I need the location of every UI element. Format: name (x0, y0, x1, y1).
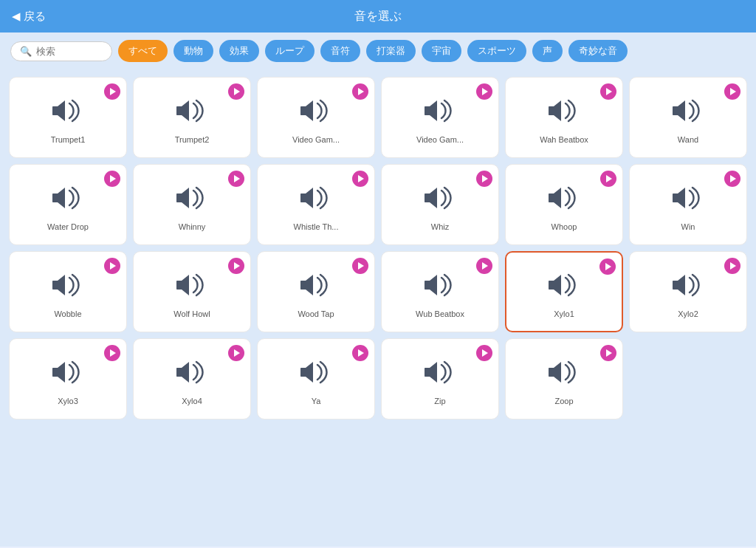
filter-btn-voice[interactable]: 声 (532, 40, 563, 62)
sound-icon (424, 185, 456, 218)
play-button[interactable] (228, 258, 244, 274)
sound-name: Xylo2 (678, 309, 698, 319)
filter-btn-space[interactable]: 宇宙 (422, 40, 461, 62)
play-button[interactable] (104, 345, 120, 361)
filter-btn-effect[interactable]: 効果 (219, 40, 259, 62)
sound-name: Wand (678, 135, 698, 145)
play-button[interactable] (724, 171, 740, 187)
sound-name: Xylo1 (554, 309, 574, 319)
search-box: 🔍 (10, 41, 112, 61)
play-button[interactable] (599, 258, 616, 275)
filter-btn-loop[interactable]: ループ (265, 40, 315, 62)
sound-icon (548, 97, 580, 131)
sound-card[interactable]: Trumpet2 (133, 77, 251, 158)
sound-icon (424, 272, 456, 305)
sound-name: Whoop (551, 222, 577, 232)
sound-icon (548, 185, 580, 218)
play-button[interactable] (600, 171, 616, 187)
sound-icon (176, 272, 208, 305)
search-icon: 🔍 (20, 46, 32, 57)
sound-card[interactable]: Water Drop (9, 164, 127, 245)
filter-btn-animal[interactable]: 動物 (173, 40, 213, 62)
sound-card[interactable]: Zip (381, 338, 499, 419)
sound-card[interactable]: Whoop (505, 164, 623, 245)
play-button[interactable] (352, 258, 368, 274)
sound-name: Win (681, 222, 695, 232)
sound-name: Whistle Th... (294, 222, 339, 232)
sound-card[interactable]: Wobble (9, 251, 127, 332)
play-button[interactable] (104, 171, 120, 187)
sound-icon (176, 359, 208, 392)
sound-icon (424, 97, 456, 131)
sound-name: Wub Beatbox (416, 309, 464, 319)
sound-card[interactable]: Trumpet1 (9, 77, 127, 158)
play-button[interactable] (352, 345, 368, 361)
sound-icon (176, 185, 208, 218)
sound-card[interactable]: Xylo4 (133, 338, 251, 419)
sound-name: Zoop (554, 397, 573, 406)
sound-card[interactable]: Wah Beatbox (505, 77, 623, 158)
play-button[interactable] (352, 83, 368, 100)
sound-name: Whiz (431, 222, 449, 232)
play-button[interactable] (724, 258, 740, 274)
sound-card[interactable]: Wand (629, 77, 747, 158)
play-button[interactable] (104, 83, 120, 100)
sound-card[interactable]: Wood Tap (257, 251, 375, 332)
sound-name: Xylo4 (182, 397, 202, 406)
sound-card[interactable]: Whistle Th... (257, 164, 375, 245)
play-button[interactable] (476, 171, 492, 187)
page-title: 音を選ぶ (354, 9, 402, 24)
back-button[interactable]: ◀ 戻る (12, 10, 46, 24)
sound-icon (300, 97, 332, 131)
sound-icon (52, 185, 84, 218)
sound-card[interactable]: Win (629, 164, 747, 245)
sound-card[interactable]: Whinny (133, 164, 251, 245)
sound-name: Wobble (54, 309, 81, 319)
sound-name: Zip (434, 397, 445, 406)
back-label: 戻る (24, 10, 46, 24)
sound-card[interactable]: Xylo3 (9, 338, 127, 419)
play-button[interactable] (476, 83, 492, 100)
sound-card[interactable]: Zoop (505, 338, 623, 419)
play-button[interactable] (476, 345, 492, 361)
sound-name: Whinny (179, 222, 206, 232)
search-input[interactable] (36, 46, 103, 57)
sound-card[interactable]: Video Gam... (381, 77, 499, 158)
play-button[interactable] (228, 171, 244, 187)
filter-btn-sports[interactable]: スポーツ (467, 40, 526, 62)
play-button[interactable] (228, 345, 244, 361)
sound-card[interactable]: Whiz (381, 164, 499, 245)
filter-btn-all[interactable]: すべて (118, 40, 168, 62)
sound-card[interactable]: Xylo1 (505, 251, 623, 332)
sound-card[interactable]: Video Gam... (257, 77, 375, 158)
filter-buttons: すべて動物効果ループ音符打楽器宇宙スポーツ声奇妙な音 (118, 40, 628, 62)
main-content: Trumpet1 Trumpet2 Video Gam... Video Gam… (0, 69, 756, 547)
sound-icon (548, 359, 580, 392)
play-button[interactable] (352, 171, 368, 187)
sound-name: Wolf Howl (173, 309, 210, 319)
filter-bar: 🔍 すべて動物効果ループ音符打楽器宇宙スポーツ声奇妙な音 (0, 32, 756, 69)
sound-card[interactable]: Ya (257, 338, 375, 419)
sound-card[interactable]: Xylo2 (629, 251, 747, 332)
filter-btn-note[interactable]: 音符 (320, 40, 360, 62)
sound-name: Trumpet1 (51, 135, 86, 145)
play-button[interactable] (600, 345, 616, 361)
sound-card[interactable]: Wub Beatbox (381, 251, 499, 332)
play-button[interactable] (724, 83, 740, 100)
sound-name: Video Gam... (292, 135, 340, 145)
header: ◀ 戻る 音を選ぶ (0, 0, 756, 32)
play-button[interactable] (476, 258, 492, 274)
sound-icon (548, 272, 580, 305)
play-button[interactable] (600, 83, 616, 100)
sound-icon (672, 185, 704, 218)
sound-name: Wood Tap (298, 309, 334, 319)
filter-btn-weird[interactable]: 奇妙な音 (568, 40, 628, 62)
sound-card[interactable]: Wolf Howl (133, 251, 251, 332)
sound-icon (52, 97, 84, 131)
play-button[interactable] (228, 83, 244, 100)
sound-icon (176, 97, 208, 131)
filter-btn-percussion[interactable]: 打楽器 (366, 40, 416, 62)
sound-icon (672, 272, 704, 305)
sound-name: Xylo3 (58, 397, 78, 406)
play-button[interactable] (104, 258, 120, 274)
